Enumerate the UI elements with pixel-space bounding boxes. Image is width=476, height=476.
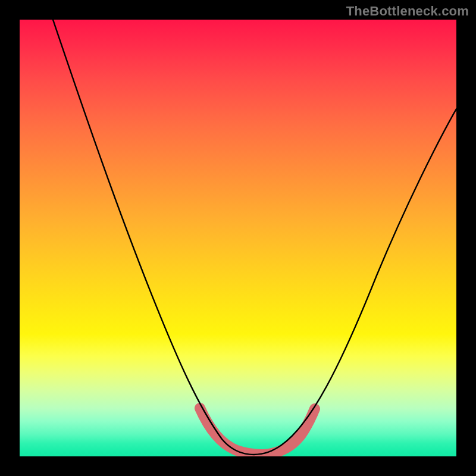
curve-overlay	[20, 20, 456, 456]
chart-frame: TheBottleneck.com	[0, 0, 476, 476]
bottleneck-curve	[53, 20, 456, 455]
watermark-label: TheBottleneck.com	[346, 4, 469, 19]
gradient-plot-area	[20, 20, 456, 456]
